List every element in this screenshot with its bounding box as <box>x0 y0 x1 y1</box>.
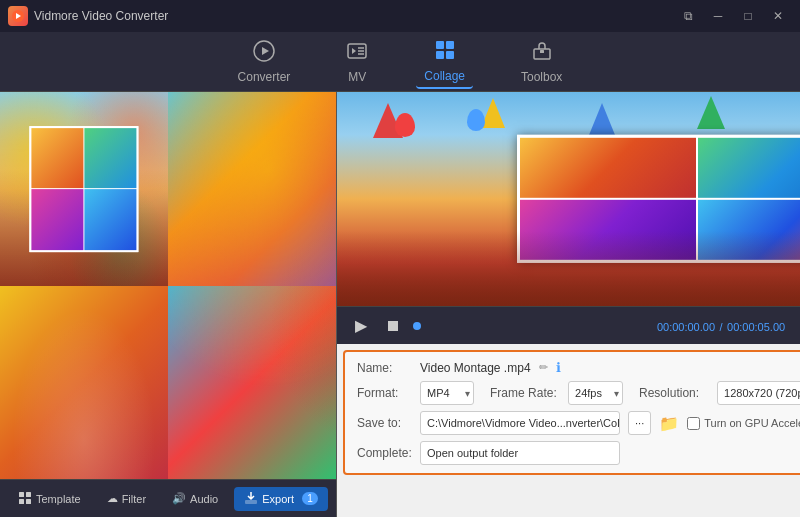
saveto-path[interactable]: C:\Vidmore\Vidmore Video...nverter\Colla… <box>420 411 620 435</box>
svg-marker-3 <box>262 47 269 55</box>
gpu-acceleration-checkbox[interactable] <box>687 417 700 430</box>
left-panel: Template ☁ Filter 🔊 Audio Export 1 <box>0 92 337 517</box>
nav-label-toolbox: Toolbox <box>521 70 562 84</box>
resolution-select[interactable]: 1280x720 (720p) 1920x1080 (1080p) 640x48… <box>717 381 800 405</box>
maximize-btn[interactable]: □ <box>734 5 762 27</box>
settings-panel: 2 Name: Video Montage .mp4 ✏ ℹ Format: M… <box>343 350 800 475</box>
nav-label-converter: Converter <box>238 70 291 84</box>
export-btn[interactable]: Export 1 <box>234 487 328 511</box>
progress-indicator <box>413 322 421 330</box>
template-label: Template <box>36 493 81 505</box>
resolution-label: Resolution: <box>639 386 709 400</box>
svg-rect-17 <box>26 499 31 504</box>
filter-label: Filter <box>122 493 146 505</box>
main-content: Template ☁ Filter 🔊 Audio Export 1 <box>0 92 800 517</box>
filter-icon: ☁ <box>107 492 118 505</box>
right-video-preview <box>337 92 800 306</box>
titlebar-controls: ⧉ ─ □ ✕ <box>674 5 792 27</box>
svg-rect-13 <box>540 50 544 53</box>
resolution-select-wrapper[interactable]: 1280x720 (720p) 1920x1080 (1080p) 640x48… <box>717 381 800 405</box>
play-btn[interactable]: ▶ <box>349 314 373 338</box>
format-label: Format: <box>357 386 412 400</box>
collage-icon <box>434 39 456 66</box>
complete-select-wrapper[interactable]: Open output folder Do nothing Shut down <box>420 441 800 465</box>
time-separator: / <box>720 321 723 333</box>
format-select-wrapper[interactable]: MP4 MOV AVI <box>420 381 474 405</box>
name-value: Video Montage .mp4 <box>420 361 531 375</box>
collage-cell-tl <box>0 92 168 286</box>
gpu-acceleration-label[interactable]: Turn on GPU Acceleration <box>687 417 800 430</box>
toolbox-icon <box>531 40 553 67</box>
navbar: Converter MV Collage <box>0 32 800 92</box>
svg-rect-18 <box>245 500 257 504</box>
stop-btn[interactable]: ⏹ <box>381 314 405 338</box>
browse-dots-btn[interactable]: ··· <box>628 411 651 435</box>
export-badge: 1 <box>302 492 318 505</box>
audio-label: Audio <box>190 493 218 505</box>
edit-icon[interactable]: ✏ <box>539 361 548 374</box>
right-toolbar: ▶ ⏹ 00:00:00.00 / 00:00:05.00 🔊 <box>337 306 800 344</box>
collage-cell-tr <box>168 92 336 286</box>
svg-rect-10 <box>436 51 444 59</box>
svg-rect-16 <box>19 499 24 504</box>
saveto-label: Save to: <box>357 416 412 430</box>
left-toolbar: Template ☁ Filter 🔊 Audio Export 1 <box>0 479 336 517</box>
nav-item-collage[interactable]: Collage <box>416 35 473 89</box>
complete-label: Complete: <box>357 446 412 460</box>
complete-select[interactable]: Open output folder Do nothing Shut down <box>420 441 620 465</box>
time-total: 00:00:05.00 <box>727 321 785 333</box>
saveto-row: Save to: C:\Vidmore\Vidmore Video...nver… <box>357 411 800 435</box>
nav-label-mv: MV <box>348 70 366 84</box>
gpu-label-text: Turn on GPU Acceleration <box>704 417 800 429</box>
open-folder-btn[interactable]: 📁 <box>659 414 679 433</box>
format-select[interactable]: MP4 MOV AVI <box>420 381 474 405</box>
svg-rect-11 <box>446 51 454 59</box>
app-icon <box>8 6 28 26</box>
title-bar: Vidmore Video Converter ⧉ ─ □ ✕ <box>0 0 800 32</box>
framerate-select[interactable]: 24fps 30fps 60fps <box>568 381 623 405</box>
converter-icon <box>253 40 275 67</box>
minimize-btn[interactable]: ─ <box>704 5 732 27</box>
nav-item-toolbox[interactable]: Toolbox <box>513 36 570 88</box>
audio-icon: 🔊 <box>172 492 186 505</box>
time-current: 00:00:00.00 <box>657 321 715 333</box>
playback-controls: ▶ ⏹ <box>349 314 421 338</box>
settings-area: 2 Name: Video Montage .mp4 ✏ ℹ Format: M… <box>337 344 800 517</box>
app-title: Vidmore Video Converter <box>34 9 168 23</box>
start-export-area: 3 Start Export <box>337 481 800 517</box>
export-icon <box>244 491 258 507</box>
close-btn[interactable]: ✕ <box>764 5 792 27</box>
nav-item-converter[interactable]: Converter <box>230 36 299 88</box>
filter-btn[interactable]: ☁ Filter <box>97 488 156 509</box>
svg-rect-9 <box>446 41 454 49</box>
right-collage <box>337 92 800 306</box>
mv-icon <box>346 40 368 67</box>
restore-btn[interactable]: ⧉ <box>674 5 702 27</box>
svg-rect-15 <box>26 492 31 497</box>
name-row: Name: Video Montage .mp4 ✏ ℹ <box>357 360 800 375</box>
svg-rect-14 <box>19 492 24 497</box>
audio-btn[interactable]: 🔊 Audio <box>162 488 228 509</box>
template-btn[interactable]: Template <box>8 487 91 511</box>
right-panel: ▶ ⏹ 00:00:00.00 / 00:00:05.00 🔊 2 Name: <box>337 92 800 517</box>
framerate-select-wrapper[interactable]: 24fps 30fps 60fps <box>568 381 623 405</box>
titlebar-left: Vidmore Video Converter <box>8 6 168 26</box>
info-icon[interactable]: ℹ <box>556 360 561 375</box>
svg-rect-8 <box>436 41 444 49</box>
complete-row: Complete: Open output folder Do nothing … <box>357 441 800 465</box>
left-video-preview <box>0 92 336 479</box>
format-row: Format: MP4 MOV AVI Frame Rate: 24fps 30… <box>357 381 800 405</box>
framerate-label: Frame Rate: <box>490 386 560 400</box>
template-icon <box>18 491 32 507</box>
name-label: Name: <box>357 361 412 375</box>
collage-cell-bl <box>0 286 168 480</box>
nav-item-mv[interactable]: MV <box>338 36 376 88</box>
time-display: 00:00:00.00 / 00:00:05.00 <box>657 317 785 335</box>
export-label: Export <box>262 493 294 505</box>
nav-label-collage: Collage <box>424 69 465 83</box>
